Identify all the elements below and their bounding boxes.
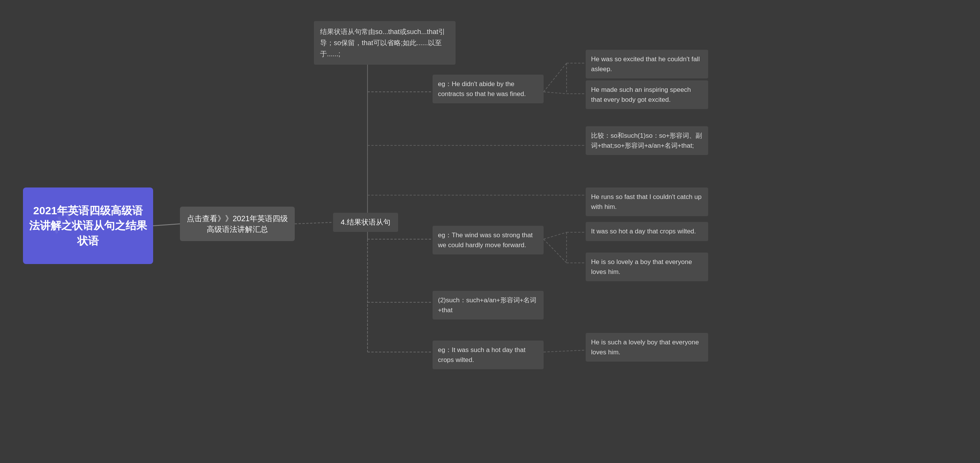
lovely-text: He is so lovely a boy that everyone love… (591, 258, 692, 276)
svg-line-24 (544, 239, 567, 263)
such2-node: (2)such：such+a/an+形容词+名词+that (433, 291, 544, 320)
inspiring-text: He made such an inspiring speech that ev… (591, 86, 691, 103)
svg-line-1 (295, 222, 333, 224)
svg-line-13 (544, 63, 567, 92)
svg-line-15 (544, 92, 567, 94)
main-link-node[interactable]: 点击查看》》2021年英语四级高级语法讲解汇总 (180, 207, 295, 241)
lovely-node: He is so lovely a boy that everyone love… (586, 253, 708, 281)
such-lovely-node: He is such a lovely boy that everyone lo… (586, 333, 708, 362)
inspiring-node: He made such an inspiring speech that ev… (586, 80, 708, 109)
svg-line-0 (153, 224, 180, 226)
eg3-text: eg：It was such a hot day that crops wilt… (438, 346, 526, 364)
mindmap-container: 2021年英语四级高级语法讲解之状语从句之结果状语 NT 结果状语从句常由so.… (0, 0, 980, 463)
hot-node: It was so hot a day that crops wilted. (586, 222, 708, 241)
such2-text: (2)such：such+a/an+形容词+名词+that (438, 297, 536, 314)
svg-line-27 (544, 350, 586, 352)
eg2-node: eg：The wind was so strong that we could … (433, 226, 544, 254)
eg1-node: eg：He didn't abide by the contracts so t… (433, 75, 544, 103)
root-label: 2021年英语四级高级语法讲解之状语从句之结果状语 (29, 203, 147, 248)
eg1-text: eg：He didn't abide by the contracts so t… (438, 80, 526, 98)
fast-text: He runs so fast that I couldn't catch up… (591, 193, 702, 210)
root-node: 2021年英语四级高级语法讲解之状语从句之结果状语 (23, 187, 153, 264)
result-clause-node: 4.结果状语从句 (333, 213, 398, 232)
summary-text: 结果状语从句常由so...that或such...that引导；so保留，tha… (320, 28, 445, 58)
excited-node: He was so excited that he couldn't fall … (586, 50, 708, 78)
result-clause-text: 4.结果状语从句 (341, 217, 390, 227)
eg2-text: eg：The wind was so strong that we could … (438, 232, 533, 249)
hot-text: It was so hot a day that crops wilted. (591, 228, 696, 235)
fast-node: He runs so fast that I couldn't catch up… (586, 187, 708, 216)
eg3-node: eg：It was such a hot day that crops wilt… (433, 341, 544, 369)
compare-node: 比较：so和such(1)so：so+形容词、副词+that;so+形容词+a/… (586, 126, 708, 155)
svg-line-22 (544, 232, 567, 239)
summary-node: 结果状语从句常由so...that或such...that引导；so保留，tha… (314, 21, 456, 65)
excited-text: He was so excited that he couldn't fall … (591, 55, 700, 73)
compare-text: 比较：so和such(1)so：so+形容词、副词+that;so+形容词+a/… (591, 132, 702, 149)
main-link-text: 点击查看》》2021年英语四级高级语法讲解汇总 (184, 213, 291, 235)
such-lovely-text: He is such a lovely boy that everyone lo… (591, 339, 699, 356)
